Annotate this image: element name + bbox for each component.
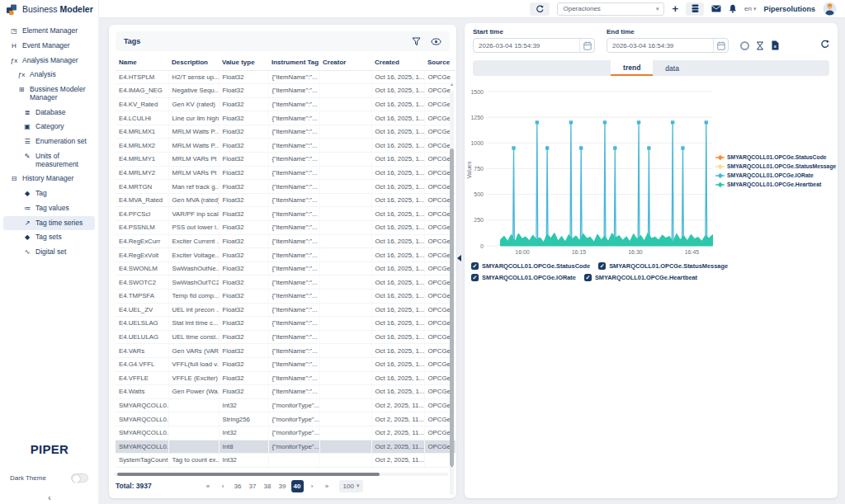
page-button[interactable]: 38 — [262, 480, 274, 492]
column-header-value-type[interactable]: Value type — [219, 54, 268, 70]
page-button[interactable]: 37 — [247, 480, 259, 492]
sidebar-item-element-manager[interactable]: ◳Element Manager — [3, 24, 95, 39]
vertical-scrollbar-thumb[interactable] — [450, 148, 454, 466]
table-row[interactable]: E4.IMAG_NEGNegative Sequ...Float32{"item… — [116, 84, 456, 98]
table-row[interactable]: E4.VFFLEVFFLE (Exciter)Float32{"itemName… — [116, 371, 456, 385]
table-row[interactable]: E4.UELSLAGStat lmt time c...Float32{"ite… — [116, 317, 456, 331]
table-row[interactable]: SMYARQCOLL0...Int32{"monitorType"...Oct … — [116, 398, 456, 412]
series-checkbox[interactable]: ✓SMYARQCOLL01.OPCGe.Heartbeat — [584, 274, 697, 281]
table-row[interactable]: E4.MRLMX1MRLM Watts P...Float32{"itemNam… — [116, 125, 456, 139]
sidebar-item-tag[interactable]: ◆Tag — [3, 186, 95, 201]
series-checkbox[interactable]: ✓SMYARQCOLL01.OPCGe.IORate — [471, 274, 576, 281]
hourglass-icon[interactable] — [756, 41, 764, 50]
tab-trend[interactable]: trend — [611, 60, 653, 76]
table-row[interactable]: E4.MRTGNMan ref track g...Float32{"itemN… — [116, 180, 456, 194]
filter-icon[interactable] — [412, 37, 421, 46]
tab-strip: trenddata — [473, 60, 829, 76]
sidebar-item-enumeration-set[interactable]: ☰Enumeration set — [3, 134, 95, 149]
total-count: Total: 3937 — [116, 482, 152, 490]
scroll-up-icon[interactable]: ▲ — [450, 82, 454, 87]
sidebar-item-bussines-modeler-manager[interactable]: ⊞Bussines Modeler Manager — [3, 82, 95, 106]
dark-theme-toggle[interactable] — [71, 473, 88, 483]
table-row[interactable]: E4.G4.VFFLVFFL(full load v...Float32{"it… — [116, 357, 456, 371]
column-header-description[interactable]: Description — [168, 54, 219, 70]
table-row[interactable]: E4.UEL_ZVUEL int precon ...Float32{"item… — [116, 303, 456, 317]
table-row[interactable]: E4.MRLMX2MRLM Watts P...Float32{"itemNam… — [116, 139, 456, 153]
table-cell — [319, 344, 371, 358]
tab-data[interactable]: data — [653, 60, 692, 76]
calendar-button[interactable] — [713, 39, 728, 52]
table-cell: Float32 — [219, 234, 268, 248]
last-page-button[interactable]: » — [321, 480, 333, 492]
sidebar-item-database[interactable]: ≣Database — [3, 106, 95, 120]
table-row[interactable]: SMYARQCOLL0...String256{"monitorType"...… — [116, 412, 456, 426]
table-row[interactable]: E4.RegExCurrExciter Current ...Float32{"… — [116, 234, 456, 248]
table-row[interactable]: E4.HTSPLMH2/T sense up...Float32{"itemNa… — [116, 70, 456, 84]
column-header-name[interactable]: Name — [116, 54, 168, 70]
table-row[interactable]: E4.MRLMY1MRLM VARs Pt 1Float32{"itemName… — [116, 153, 456, 167]
table-row[interactable]: E4.SWOTC2SwWashOutTC2Float32{"itemName":… — [116, 276, 456, 290]
language-select[interactable]: en▾ — [744, 5, 756, 12]
start-time-input[interactable]: 2026-03-04 15:54:39 — [473, 38, 595, 53]
horizontal-scrollbar-thumb[interactable] — [117, 473, 380, 476]
sidebar-item-event-manager[interactable]: HEvent Manager — [3, 39, 95, 54]
sidebar-item-category[interactable]: ▣Category — [3, 120, 95, 134]
eye-icon[interactable] — [431, 38, 441, 45]
table-row[interactable]: E4.PFCSclVAR/PF inp scaleFloat32{"itemNa… — [116, 207, 456, 221]
workspace-select[interactable]: Operaciones▾ — [557, 2, 664, 16]
column-header-instrument-tag[interactable]: Instrument Tag — [268, 54, 319, 70]
sidebar-item-tag-time-series[interactable]: ↗Tag time series — [3, 216, 95, 231]
table-cell: {"itemName":"... — [268, 385, 319, 399]
export-file-icon[interactable]: x — [771, 40, 779, 50]
horizontal-scrollbar-track[interactable] — [114, 473, 448, 476]
table-row[interactable]: E4.VARsGen VARs (VAR...Float32{"itemName… — [116, 344, 456, 358]
sidebar-item-units-of-measurement[interactable]: ✎Units of measurement — [3, 149, 95, 172]
table-row[interactable]: SMYARQCOLL0...Int32{"monitorType"...Oct … — [116, 426, 456, 440]
table-row[interactable]: E4.PSSNLMPSS out lower l...Float32{"item… — [116, 221, 456, 235]
table-row[interactable]: E4.TMPSFATemp fld comp...Float32{"itemNa… — [116, 290, 456, 304]
table-row[interactable]: E4.UELULAGUEL time const...Float32{"item… — [116, 330, 456, 344]
sidebar-item-analysis[interactable]: ƒxAnalysis — [3, 68, 95, 82]
table-row[interactable]: SMYARQCOLL0...Int8{"monitorType"...Oct 2… — [116, 440, 456, 454]
sidebar-collapse-icon[interactable]: ‹ — [0, 493, 99, 502]
next-page-button[interactable]: › — [306, 480, 319, 492]
series-checkbox[interactable]: ✓SMYARQCOLL01.OPCGe.StatusCode — [471, 262, 590, 270]
scroll-down-icon[interactable]: ▼ — [450, 464, 454, 469]
column-header-creator[interactable]: Creator — [319, 54, 371, 70]
prev-page-button[interactable]: ‹ — [217, 480, 229, 492]
panel-collapse-handle[interactable] — [457, 255, 461, 261]
page-button[interactable]: 40 — [291, 480, 304, 492]
series-checkbox[interactable]: ✓SMYARQCOLL01.OPCGe.StatusMessage — [598, 262, 728, 270]
column-header-source[interactable]: Source — [424, 54, 456, 70]
table-row[interactable]: SystemTagCountTag to count ex...Int32Oct… — [116, 454, 456, 468]
table-row[interactable]: E4.LCULHiLine cur lim highFloat32{"itemN… — [116, 111, 456, 125]
column-header-created[interactable]: Created — [371, 54, 424, 70]
table-row[interactable]: E4.MVA_RatedGen MVA (rated)Float32{"item… — [116, 193, 456, 207]
page-size-select[interactable]: 100▾ — [339, 480, 364, 492]
calendar-icon — [583, 41, 592, 50]
mail-button[interactable] — [711, 5, 721, 12]
sidebar-item-history-manager[interactable]: ⊟History Manager — [3, 172, 95, 186]
chart-refresh-button[interactable] — [820, 40, 829, 53]
table-cell: MRLM VARs Pt 2 — [168, 166, 219, 180]
avatar[interactable] — [823, 2, 837, 16]
page-button[interactable]: 39 — [276, 480, 289, 492]
table-cell — [168, 412, 219, 426]
table-row[interactable]: E4.MRLMY2MRLM VARs Pt 2Float32{"itemName… — [116, 166, 456, 180]
sidebar-item-tag-values[interactable]: ≔Tag values — [3, 201, 95, 216]
notifications-button[interactable] — [729, 4, 737, 13]
table-row[interactable]: E4.SWONLMSwWashOutNe...Float32{"itemName… — [116, 261, 456, 276]
sidebar-item-analysis-manager[interactable]: ƒxAnalysis Manager — [3, 54, 95, 68]
first-page-button[interactable]: « — [202, 480, 215, 492]
table-row[interactable]: E4.WattsGen Power (Wa...Float32{"itemNam… — [116, 385, 456, 399]
refresh-button[interactable] — [530, 2, 550, 16]
sidebar-item-digital-set[interactable]: ∿Digital set — [3, 245, 95, 260]
add-button[interactable]: + — [672, 3, 678, 14]
table-row[interactable]: E4.RegExVoltExciter Voltage...Float32{"i… — [116, 248, 456, 262]
end-time-input[interactable]: 2026-03-04 16:54:39 — [607, 38, 729, 53]
sidebar-item-tag-sets[interactable]: ◆Tag sets — [3, 230, 95, 245]
table-row[interactable]: E4.KV_RatedGen KV (rated)Float32{"itemNa… — [116, 97, 456, 111]
calendar-button[interactable] — [579, 39, 594, 52]
database-button[interactable] — [686, 2, 704, 16]
page-button[interactable]: 36 — [232, 480, 244, 492]
